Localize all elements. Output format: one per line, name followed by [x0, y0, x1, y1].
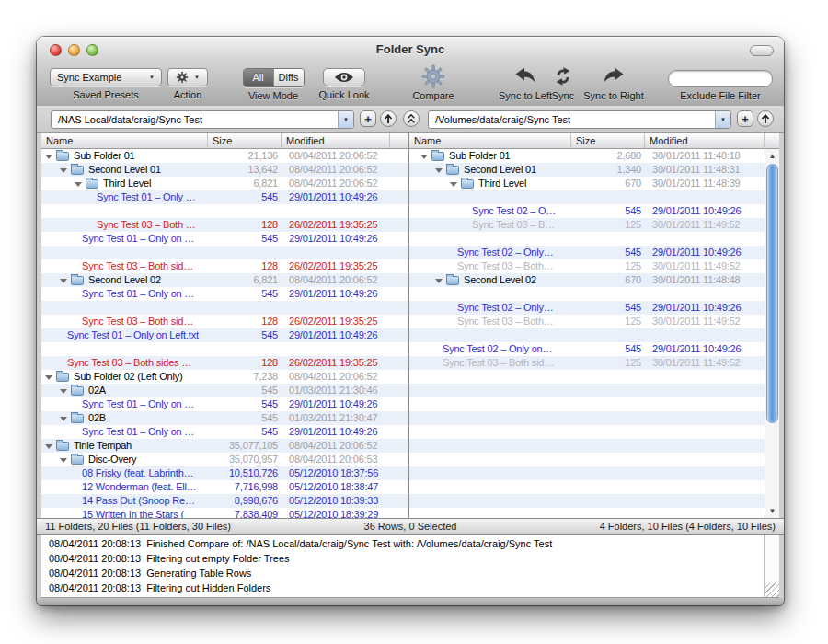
disclosure-triangle-icon[interactable] [45, 375, 52, 380]
table-row[interactable]: Sub Folder 02 (Left Only)7,23808/04/2011… [41, 370, 408, 384]
disclosure-triangle-icon[interactable] [435, 168, 443, 173]
table-row[interactable]: Tinie Tempah35,077,10508/04/2011 20:06:5… [41, 439, 408, 453]
table-row-empty[interactable] [409, 397, 779, 411]
disclosure-triangle-icon[interactable] [45, 444, 52, 449]
table-row-empty[interactable] [409, 439, 779, 453]
column-header-name[interactable]: Name [41, 133, 208, 148]
table-row-empty[interactable] [409, 384, 779, 397]
table-row[interactable]: Disc-Overy35,070,95708/04/2011 20:06:53 [41, 453, 408, 466]
column-header-modified[interactable]: Modified [282, 133, 390, 148]
table-row[interactable]: Sync Test 01 – Only on …54529/01/2011 10… [41, 397, 408, 411]
table-row[interactable]: Sync Test 03 – Both …12826/02/2011 19:35… [41, 218, 408, 232]
column-header-modified[interactable]: Modified [645, 133, 765, 148]
titlebar[interactable]: Folder Sync [37, 37, 784, 63]
disclosure-triangle-icon[interactable] [60, 458, 67, 463]
disclosure-triangle-icon[interactable] [435, 279, 443, 283]
vertical-scrollbar[interactable]: ▲ ▼ [765, 149, 779, 518]
table-row-empty[interactable] [409, 508, 779, 518]
table-row[interactable]: Sub Folder 0121,13608/04/2011 20:06:52 [41, 149, 408, 163]
table-row[interactable]: Sync Test 01 – Only on …54529/01/2011 10… [41, 232, 408, 246]
right-parent-folder-button[interactable] [757, 110, 774, 127]
toolbar-toggle-button[interactable] [750, 45, 774, 56]
table-row[interactable]: Sync Test 02 – Only…54529/01/2011 10:49:… [409, 301, 779, 315]
table-row[interactable]: 02B54501/03/2011 21:30:47 [41, 411, 408, 425]
table-row[interactable]: Second Level 0267030/01/2011 11:48:48 [409, 273, 779, 287]
table-row-empty[interactable] [409, 411, 779, 425]
table-row-empty[interactable] [409, 453, 779, 466]
table-row-empty[interactable] [41, 342, 408, 356]
action-menu-button[interactable]: ▼ [167, 68, 208, 86]
left-parent-folder-button[interactable] [380, 110, 397, 127]
disclosure-triangle-icon[interactable] [60, 389, 67, 394]
sync-to-left-button[interactable] [513, 65, 537, 87]
table-row[interactable]: Sync Test 03 – Both sides …12826/02/2011… [41, 356, 408, 370]
collapse-all-button[interactable] [403, 110, 420, 127]
column-header-size[interactable]: Size [571, 133, 645, 148]
right-add-path-button[interactable]: + [737, 110, 753, 127]
table-row[interactable]: Sync Test 01 – Only on Left.txt54529/01/… [41, 328, 408, 342]
disclosure-triangle-icon[interactable] [420, 155, 428, 159]
table-row[interactable]: 15 Written In the Stars (7,838,40905/12/… [41, 508, 408, 518]
right-path-combobox[interactable]: /Volumes/data/craig/Sync Test ▼ [428, 110, 731, 129]
table-row[interactable]: Sync Test 03 – Both sid…12826/02/2011 19… [41, 315, 408, 328]
exclude-file-filter-input[interactable] [668, 70, 773, 87]
scroll-down-arrow-icon[interactable]: ▼ [765, 505, 779, 517]
sync-to-right-button[interactable] [602, 65, 626, 87]
scrollbar-thumb[interactable] [766, 164, 778, 423]
chevron-down-icon[interactable]: ▼ [715, 111, 730, 128]
table-row[interactable]: 12 Wonderman (feat. Ell…7,716,99805/12/2… [41, 480, 408, 494]
table-row[interactable]: Sync Test 02 – O…54529/01/2011 10:49:26 [409, 204, 779, 218]
table-row-empty[interactable] [409, 370, 779, 384]
table-row-empty[interactable] [409, 328, 779, 342]
scroll-up-arrow-icon[interactable]: ▲ [765, 150, 779, 162]
table-row[interactable]: Sync Test 02 – Only on…54529/01/2011 10:… [409, 342, 779, 356]
table-row[interactable]: Sync Test 02 – Only…54529/01/2011 10:49:… [409, 246, 779, 259]
disclosure-triangle-icon[interactable] [450, 182, 457, 187]
table-row[interactable]: Third Level67030/01/2011 11:48:39 [409, 177, 779, 190]
chevron-down-icon[interactable]: ▼ [338, 111, 353, 128]
table-row-empty[interactable] [41, 204, 408, 218]
table-row[interactable]: Second Level 0113,64208/04/2011 20:06:52 [41, 163, 408, 177]
table-row[interactable]: Sync Test 03 – B…12530/01/2011 11:49:52 [409, 218, 779, 232]
table-row[interactable]: 08 Frisky (feat. Labrinth…10,510,72605/1… [41, 466, 408, 480]
segment-all[interactable]: All [244, 69, 273, 86]
compare-button[interactable] [421, 65, 445, 87]
table-row-empty[interactable] [41, 301, 408, 315]
table-row-empty[interactable] [409, 190, 779, 204]
column-header-name[interactable]: Name [409, 133, 571, 148]
table-row-empty[interactable] [409, 232, 779, 246]
table-row-empty[interactable] [409, 494, 779, 508]
table-row[interactable]: Sync Test 01 – Only on …54529/01/2011 10… [41, 425, 408, 439]
table-row[interactable]: Sync Test 03 – Both…12530/01/2011 11:49:… [409, 315, 779, 328]
table-row-empty[interactable] [409, 466, 779, 480]
sync-button[interactable] [553, 65, 573, 87]
table-row[interactable]: Sub Folder 012,68030/01/2011 11:48:18 [409, 149, 779, 163]
table-row-empty[interactable] [409, 480, 779, 494]
table-row[interactable]: Sync Test 03 – Both sid…12826/02/2011 19… [41, 259, 408, 273]
table-row[interactable]: Second Level 011,34030/01/2011 11:48:31 [409, 163, 779, 177]
table-row[interactable]: Sync Test 03 – Both…12530/01/2011 11:49:… [409, 259, 779, 273]
table-row[interactable]: 02A54501/03/2011 21:30:46 [41, 384, 408, 397]
disclosure-triangle-icon[interactable] [75, 182, 82, 187]
table-row[interactable]: Second Level 026,82108/04/2011 20:06:52 [41, 273, 408, 287]
disclosure-triangle-icon[interactable] [45, 155, 52, 159]
disclosure-triangle-icon[interactable] [60, 279, 67, 283]
table-row-empty[interactable] [41, 246, 408, 259]
log-panel[interactable]: 08/04/2011 20:08:13 Finished Compare of:… [41, 535, 779, 598]
table-row[interactable]: Sync Test 03 – Both sid…12530/01/2011 11… [409, 356, 779, 370]
saved-presets-dropdown[interactable]: Sync Example ▼ [50, 68, 162, 86]
table-row[interactable]: Third Level6,82108/04/2011 20:06:52 [41, 177, 408, 190]
table-row[interactable]: Sync Test 01 – Only …54529/01/2011 10:49… [41, 190, 408, 204]
column-header-size[interactable]: Size [208, 133, 282, 148]
table-row-empty[interactable] [409, 425, 779, 439]
resize-grip[interactable] [765, 583, 779, 597]
disclosure-triangle-icon[interactable] [60, 417, 67, 421]
table-row[interactable]: Sync Test 01 – Only on …54529/01/2011 10… [41, 287, 408, 301]
segment-diffs[interactable]: Diffs [273, 69, 304, 86]
left-path-combobox[interactable]: /NAS Local/data/craig/Sync Test ▼ [51, 110, 354, 129]
quick-look-button[interactable] [323, 68, 365, 86]
disclosure-triangle-icon[interactable] [60, 168, 67, 173]
left-add-path-button[interactable]: + [360, 110, 376, 127]
table-row-empty[interactable] [409, 287, 779, 301]
table-row[interactable]: 14 Pass Out (Snoop Re…8,998,67605/12/201… [41, 494, 408, 508]
